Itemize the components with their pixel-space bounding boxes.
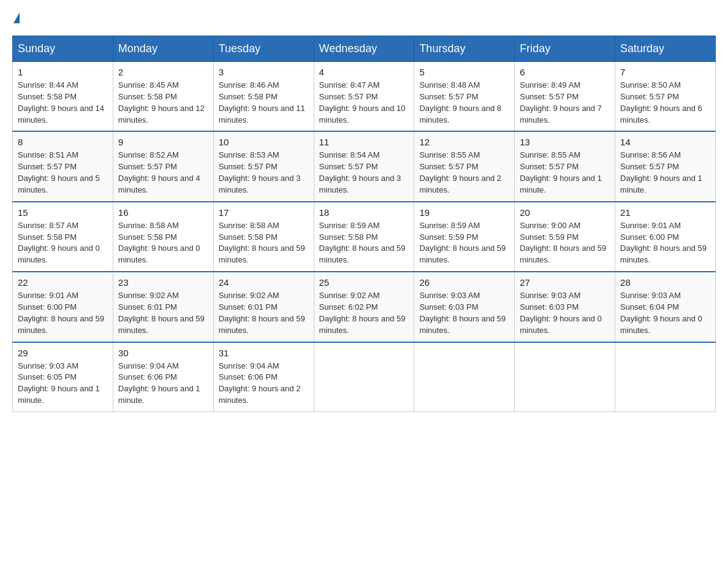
calendar-cell: 14Sunrise: 8:56 AMSunset: 5:57 PMDayligh… (615, 131, 716, 201)
day-number: 29 (18, 348, 108, 358)
day-number: 14 (620, 137, 710, 147)
day-info: Sunrise: 9:03 AMSunset: 6:03 PMDaylight:… (419, 290, 509, 336)
day-info: Sunrise: 8:46 AMSunset: 5:58 PMDaylight:… (219, 80, 309, 126)
calendar-cell: 6Sunrise: 8:49 AMSunset: 5:57 PMDaylight… (515, 62, 615, 132)
calendar-cell: 30Sunrise: 9:04 AMSunset: 6:06 PMDayligh… (113, 342, 213, 412)
calendar-week-row: 8Sunrise: 8:51 AMSunset: 5:57 PMDaylight… (13, 131, 716, 201)
day-info: Sunrise: 8:50 AMSunset: 5:57 PMDaylight:… (620, 80, 710, 126)
calendar-cell: 16Sunrise: 8:58 AMSunset: 5:58 PMDayligh… (113, 202, 213, 272)
day-number: 18 (319, 207, 409, 218)
logo-triangle-icon (13, 12, 20, 23)
day-info: Sunrise: 8:54 AMSunset: 5:57 PMDaylight:… (319, 150, 409, 196)
calendar-cell: 26Sunrise: 9:03 AMSunset: 6:03 PMDayligh… (414, 272, 515, 342)
day-info: Sunrise: 8:52 AMSunset: 5:57 PMDaylight:… (118, 150, 208, 196)
calendar-cell (414, 342, 515, 412)
day-info: Sunrise: 8:58 AMSunset: 5:58 PMDaylight:… (219, 220, 309, 266)
day-info: Sunrise: 8:51 AMSunset: 5:57 PMDaylight:… (18, 150, 108, 196)
calendar-cell: 10Sunrise: 8:53 AMSunset: 5:57 PMDayligh… (213, 131, 314, 201)
calendar-cell: 21Sunrise: 9:01 AMSunset: 6:00 PMDayligh… (615, 202, 716, 272)
calendar-cell: 11Sunrise: 8:54 AMSunset: 5:57 PMDayligh… (314, 131, 414, 201)
day-info: Sunrise: 8:55 AMSunset: 5:57 PMDaylight:… (419, 150, 509, 196)
calendar-cell: 27Sunrise: 9:03 AMSunset: 6:03 PMDayligh… (515, 272, 615, 342)
calendar-cell: 12Sunrise: 8:55 AMSunset: 5:57 PMDayligh… (414, 131, 515, 201)
calendar-cell: 18Sunrise: 8:59 AMSunset: 5:58 PMDayligh… (314, 202, 414, 272)
day-info: Sunrise: 9:03 AMSunset: 6:05 PMDaylight:… (18, 361, 108, 407)
day-info: Sunrise: 9:01 AMSunset: 6:00 PMDaylight:… (18, 290, 108, 336)
day-number: 28 (620, 277, 710, 288)
day-info: Sunrise: 9:03 AMSunset: 6:04 PMDaylight:… (620, 290, 710, 336)
day-info: Sunrise: 9:02 AMSunset: 6:02 PMDaylight:… (319, 290, 409, 336)
calendar-cell: 4Sunrise: 8:47 AMSunset: 5:57 PMDaylight… (314, 62, 414, 132)
day-number: 8 (18, 137, 108, 147)
day-number: 3 (219, 67, 309, 77)
calendar-cell: 1Sunrise: 8:44 AMSunset: 5:58 PMDaylight… (13, 62, 113, 132)
day-number: 27 (520, 277, 610, 288)
day-number: 17 (219, 207, 309, 218)
day-number: 16 (118, 207, 208, 218)
header-wednesday: Wednesday (314, 36, 414, 62)
day-number: 12 (419, 137, 509, 147)
day-number: 11 (319, 137, 409, 147)
day-number: 1 (18, 67, 108, 77)
day-info: Sunrise: 9:01 AMSunset: 6:00 PMDaylight:… (620, 220, 710, 266)
day-number: 9 (118, 137, 208, 147)
day-number: 23 (118, 277, 208, 288)
header-sunday: Sunday (13, 36, 113, 62)
calendar-cell: 17Sunrise: 8:58 AMSunset: 5:58 PMDayligh… (213, 202, 314, 272)
day-number: 4 (319, 67, 409, 77)
calendar-cell (314, 342, 414, 412)
calendar-cell: 29Sunrise: 9:03 AMSunset: 6:05 PMDayligh… (13, 342, 113, 412)
calendar-cell: 23Sunrise: 9:02 AMSunset: 6:01 PMDayligh… (113, 272, 213, 342)
day-number: 10 (219, 137, 309, 147)
calendar-week-row: 15Sunrise: 8:57 AMSunset: 5:58 PMDayligh… (13, 202, 716, 272)
day-number: 6 (520, 67, 610, 77)
calendar-table: SundayMondayTuesdayWednesdayThursdayFrid… (12, 36, 716, 412)
calendar-cell: 20Sunrise: 9:00 AMSunset: 5:59 PMDayligh… (515, 202, 615, 272)
day-info: Sunrise: 8:48 AMSunset: 5:57 PMDaylight:… (419, 80, 509, 126)
calendar-cell: 31Sunrise: 9:04 AMSunset: 6:06 PMDayligh… (213, 342, 314, 412)
calendar-cell: 7Sunrise: 8:50 AMSunset: 5:57 PMDaylight… (615, 62, 716, 132)
header (12, 12, 716, 23)
day-info: Sunrise: 9:02 AMSunset: 6:01 PMDaylight:… (219, 290, 309, 336)
day-info: Sunrise: 9:04 AMSunset: 6:06 PMDaylight:… (118, 361, 208, 407)
day-info: Sunrise: 9:04 AMSunset: 6:06 PMDaylight:… (219, 361, 309, 407)
day-number: 30 (118, 348, 208, 358)
header-saturday: Saturday (615, 36, 716, 62)
calendar-week-row: 29Sunrise: 9:03 AMSunset: 6:05 PMDayligh… (13, 342, 716, 412)
calendar-cell: 28Sunrise: 9:03 AMSunset: 6:04 PMDayligh… (615, 272, 716, 342)
day-info: Sunrise: 8:53 AMSunset: 5:57 PMDaylight:… (219, 150, 309, 196)
day-info: Sunrise: 8:59 AMSunset: 5:59 PMDaylight:… (419, 220, 509, 266)
day-info: Sunrise: 9:02 AMSunset: 6:01 PMDaylight:… (118, 290, 208, 336)
day-info: Sunrise: 8:44 AMSunset: 5:58 PMDaylight:… (18, 80, 108, 126)
day-number: 26 (419, 277, 509, 288)
calendar-cell: 9Sunrise: 8:52 AMSunset: 5:57 PMDaylight… (113, 131, 213, 201)
calendar-cell: 22Sunrise: 9:01 AMSunset: 6:00 PMDayligh… (13, 272, 113, 342)
day-number: 20 (520, 207, 610, 218)
header-tuesday: Tuesday (213, 36, 314, 62)
calendar-cell (515, 342, 615, 412)
calendar-cell: 8Sunrise: 8:51 AMSunset: 5:57 PMDaylight… (13, 131, 113, 201)
calendar-week-row: 1Sunrise: 8:44 AMSunset: 5:58 PMDaylight… (13, 62, 716, 132)
day-number: 7 (620, 67, 710, 77)
day-number: 22 (18, 277, 108, 288)
day-info: Sunrise: 9:00 AMSunset: 5:59 PMDaylight:… (520, 220, 610, 266)
day-number: 21 (620, 207, 710, 218)
day-info: Sunrise: 8:45 AMSunset: 5:58 PMDaylight:… (118, 80, 208, 126)
calendar-cell: 13Sunrise: 8:55 AMSunset: 5:57 PMDayligh… (515, 131, 615, 201)
day-info: Sunrise: 8:56 AMSunset: 5:57 PMDaylight:… (620, 150, 710, 196)
day-number: 25 (319, 277, 409, 288)
calendar-cell: 24Sunrise: 9:02 AMSunset: 6:01 PMDayligh… (213, 272, 314, 342)
day-info: Sunrise: 8:47 AMSunset: 5:57 PMDaylight:… (319, 80, 409, 126)
calendar-cell: 5Sunrise: 8:48 AMSunset: 5:57 PMDaylight… (414, 62, 515, 132)
day-info: Sunrise: 8:59 AMSunset: 5:58 PMDaylight:… (319, 220, 409, 266)
header-friday: Friday (515, 36, 615, 62)
day-number: 2 (118, 67, 208, 77)
calendar-cell: 19Sunrise: 8:59 AMSunset: 5:59 PMDayligh… (414, 202, 515, 272)
calendar-week-row: 22Sunrise: 9:01 AMSunset: 6:00 PMDayligh… (13, 272, 716, 342)
day-number: 15 (18, 207, 108, 218)
calendar-cell: 25Sunrise: 9:02 AMSunset: 6:02 PMDayligh… (314, 272, 414, 342)
header-thursday: Thursday (414, 36, 515, 62)
day-number: 5 (419, 67, 509, 77)
calendar-cell: 15Sunrise: 8:57 AMSunset: 5:58 PMDayligh… (13, 202, 113, 272)
day-info: Sunrise: 9:03 AMSunset: 6:03 PMDaylight:… (520, 290, 610, 336)
